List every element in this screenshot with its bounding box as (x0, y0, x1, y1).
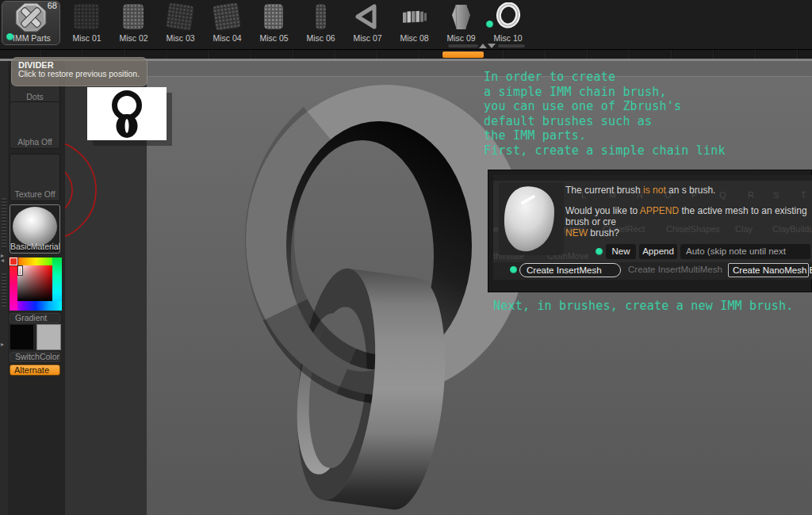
selected-color-swatch (10, 258, 17, 265)
brush-palette-bar: 68 IMM Parts Misc 01 Misc 02 Misc 03 Mis… (0, 0, 812, 49)
material-sphere-icon (13, 207, 57, 246)
alpha-thumb[interactable]: Alpha Off (10, 101, 60, 149)
hue-gradient[interactable] (10, 258, 17, 311)
color-picker[interactable] (10, 258, 62, 311)
brush-misc-01[interactable]: Misc 01 (63, 0, 110, 48)
chainmail-icon (166, 2, 194, 31)
create-buttons-row: Create InsertMesh Create InsertMultiMesh… (493, 262, 812, 280)
tutorial-note-2: Next, in brushes, create a new IMM brush… (493, 299, 793, 314)
divider-handle[interactable] (2, 273, 6, 307)
tooltip-body: Click to restore previous position. (18, 70, 140, 78)
cone-icon (446, 2, 475, 31)
brush-misc-04[interactable]: Misc 04 (204, 0, 251, 48)
tooltip-title: DIVIDER (18, 60, 140, 70)
imm-parts-label: IMM Parts (13, 33, 51, 43)
gradient-toggle[interactable]: Gradient (10, 313, 60, 323)
brush-misc-07[interactable]: Misc 07 (344, 0, 391, 48)
scroll-dash[interactable] (498, 44, 525, 48)
faded-letter: T (801, 190, 806, 200)
saturation-value-square[interactable] (17, 265, 52, 301)
alpha-preview-card (87, 87, 167, 140)
secondary-color-swatch[interactable] (36, 324, 61, 350)
dialog-buttons-row: New Append Auto (skip note until next re… (493, 243, 812, 261)
texture-thumb[interactable]: Texture Off (10, 154, 60, 201)
bar-segments-icon (400, 2, 428, 31)
triangle-icon (353, 2, 381, 31)
brush-misc-09[interactable]: Misc 09 (438, 0, 485, 48)
imm-parts-icon (13, 2, 49, 35)
brush-misc-08[interactable]: Misc 08 (391, 0, 438, 48)
dialog-line-1: The current brush is not an s brush. (565, 185, 715, 196)
faded-letter: S (773, 190, 779, 200)
tutorial-note-1: In order to create a simple IMM chain br… (484, 70, 726, 158)
scroll-dash[interactable] (448, 44, 478, 48)
material-thumb[interactable]: BasicMaterial (10, 204, 60, 254)
imm-parts-tile[interactable]: 68 IMM Parts (2, 1, 60, 45)
brush-misc-06[interactable]: Misc 06 (297, 0, 344, 48)
brush-count: 68 (48, 1, 57, 10)
chainmail-icon (74, 4, 99, 29)
main-color-swatch[interactable] (10, 324, 34, 350)
create-nanomesh-button[interactable]: Create NanoMesh Brush (728, 263, 809, 277)
brush-misc-03[interactable]: Misc 03 (157, 0, 204, 48)
divider-arrow-icon[interactable]: ▸◂ (1, 254, 4, 263)
brush-note-dialog: I K L M N O P Q R S T elCre elOrganic Ch… (493, 175, 812, 280)
dialog-line-2: Would you like to APPEND the active mesh… (565, 205, 812, 238)
auto-skip-button[interactable]: Auto (skip note until next restart) (680, 244, 810, 259)
divider-arrow-icon[interactable]: ▸ (1, 342, 4, 347)
color-cursor-icon (18, 266, 22, 275)
green-dot-icon (510, 266, 517, 273)
new-button[interactable]: New (606, 244, 636, 259)
chainmail-icon (264, 4, 283, 29)
brush-misc-05[interactable]: Misc 05 (251, 0, 297, 48)
left-divider-strip[interactable]: ▸◂ ▸ (0, 61, 8, 515)
divider-handle[interactable] (2, 198, 6, 249)
create-insertmesh-button[interactable]: Create InsertMesh (519, 263, 621, 277)
tooltip: DIVIDER Click to restore previous positi… (11, 57, 147, 86)
faded-letter: R (748, 190, 754, 200)
faded-letter: Q (719, 190, 726, 200)
chainmail-icon (213, 2, 241, 31)
active-scroll-thumb[interactable] (442, 52, 484, 58)
torus-icon (493, 2, 522, 31)
chainmail-icon (123, 4, 144, 29)
zbrush-window: 68 IMM Parts Misc 01 Misc 02 Misc 03 Mis… (0, 0, 812, 515)
alternate-button[interactable]: Alternate (10, 364, 60, 376)
up-arrow-icon[interactable] (479, 44, 487, 48)
brush-misc-10[interactable]: Misc 10 (485, 0, 531, 48)
brush-misc-02[interactable]: Misc 02 (110, 0, 157, 48)
create-insertmultimesh-button[interactable]: Create InsertMultiMesh (628, 265, 722, 274)
switchcolor-button[interactable]: SwitchColor (10, 352, 60, 362)
dialog-header (493, 175, 812, 181)
chain-strip-icon (316, 4, 326, 29)
chain-link-alpha-icon (87, 87, 167, 140)
left-shelf: Dots Alpha Off Texture Off BasicMaterial… (8, 61, 65, 515)
append-button[interactable]: Append (639, 244, 677, 259)
green-dot-icon (596, 248, 603, 255)
down-arrow-icon[interactable] (488, 44, 496, 48)
green-dot-icon (486, 21, 493, 28)
